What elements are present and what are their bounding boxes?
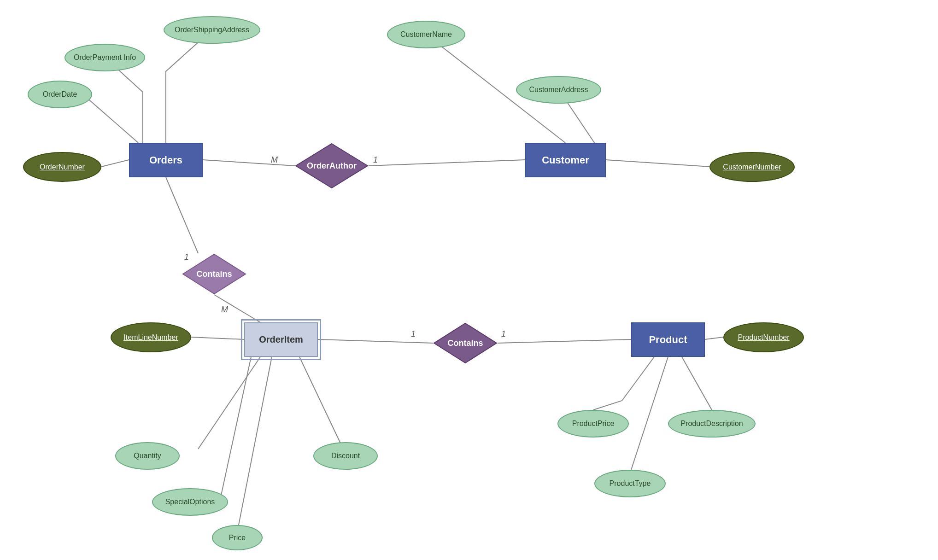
er-diagram: Orders Customer Product OrderItem OrderA… bbox=[0, 0, 938, 560]
attribute-orderpaymentinfo: OrderPayment Info bbox=[64, 44, 145, 71]
attribute-ordershippingaddress: OrderShippingAddress bbox=[164, 16, 260, 44]
attribute-itemlinenumber: ItemLineNumber bbox=[111, 322, 191, 352]
attribute-discount: Discount bbox=[313, 442, 378, 470]
attribute-ordernumber: OrderNumber bbox=[23, 152, 101, 182]
attribute-price: Price bbox=[212, 525, 263, 550]
svg-line-7 bbox=[166, 177, 198, 253]
cardinality-1a: 1 bbox=[373, 155, 378, 165]
svg-line-14 bbox=[705, 337, 723, 339]
attribute-productdescription: ProductDescription bbox=[668, 410, 756, 438]
cardinality-1b: 1 bbox=[184, 252, 189, 262]
attribute-specialoptions: SpecialOptions bbox=[152, 488, 228, 516]
entity-customer: Customer bbox=[525, 143, 606, 177]
cardinality-1c: 1 bbox=[411, 329, 416, 339]
entity-orderitem: OrderItem bbox=[244, 322, 318, 357]
attribute-productnumber: ProductNumber bbox=[723, 322, 804, 352]
svg-line-10 bbox=[198, 357, 260, 449]
svg-line-12 bbox=[318, 339, 433, 343]
attribute-customername: CustomerName bbox=[387, 21, 465, 48]
svg-line-3 bbox=[369, 160, 525, 166]
svg-line-13 bbox=[498, 339, 631, 343]
attribute-customeraddress: CustomerAddress bbox=[516, 76, 601, 104]
attribute-productprice: ProductPrice bbox=[557, 410, 629, 438]
attribute-quantity: Quantity bbox=[115, 442, 180, 470]
attribute-producttype: ProductType bbox=[594, 470, 666, 497]
svg-line-2 bbox=[203, 160, 295, 166]
svg-line-11 bbox=[299, 357, 343, 449]
cardinality-m1: M bbox=[271, 155, 278, 165]
svg-line-6 bbox=[606, 160, 709, 167]
svg-line-1 bbox=[83, 94, 138, 143]
cardinality-1d: 1 bbox=[501, 329, 506, 339]
relationship-contains1: Contains bbox=[182, 253, 246, 295]
cardinality-m2: M bbox=[221, 305, 228, 315]
attribute-customernumber: CustomerNumber bbox=[709, 152, 795, 182]
attribute-orderdate: OrderDate bbox=[28, 81, 92, 108]
svg-line-0 bbox=[101, 160, 129, 167]
entity-orders: Orders bbox=[129, 143, 203, 177]
relationship-contains2: Contains bbox=[433, 322, 498, 364]
svg-line-9 bbox=[191, 337, 244, 339]
connector-lines bbox=[0, 0, 938, 560]
entity-product: Product bbox=[631, 322, 705, 357]
relationship-orderauthor: OrderAuthor bbox=[295, 143, 369, 189]
